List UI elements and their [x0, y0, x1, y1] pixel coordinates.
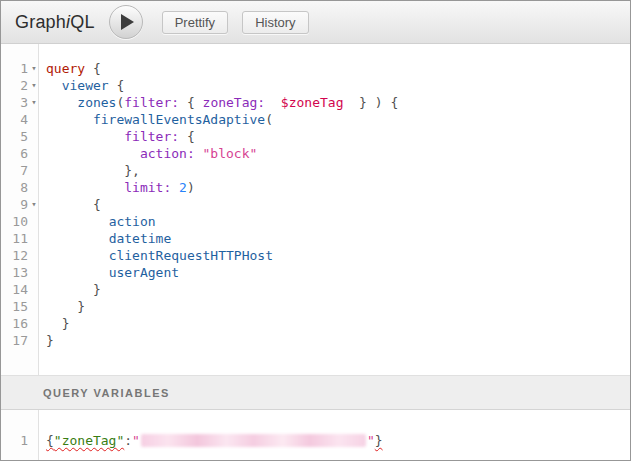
fold-gutter-spacer [28, 247, 40, 264]
gutter-cell: 13 [1, 264, 40, 281]
token [195, 146, 203, 161]
code-line: 9▾ { [1, 196, 630, 213]
token: " [132, 433, 140, 448]
token [171, 180, 179, 195]
token: { [179, 95, 202, 110]
gutter-cell: 5 [1, 128, 40, 145]
gutter-cell: 10 [1, 213, 40, 230]
line-number: 7 [1, 162, 28, 179]
gutter-cell: 8 [1, 179, 40, 196]
code-line: 7 }, [1, 162, 630, 179]
code-line: 8 limit: 2) [1, 179, 630, 196]
token: } [46, 316, 69, 331]
fold-toggle-chevron-down-icon[interactable]: ▾ [28, 60, 40, 77]
code-line: 4 firewallEventsAdaptive( [1, 111, 630, 128]
token: datetime [109, 231, 172, 246]
execute-query-button[interactable] [109, 5, 143, 39]
token: } ) { [343, 95, 398, 110]
gutter-cell: 7 [1, 162, 40, 179]
fold-toggle-chevron-down-icon[interactable]: ▾ [28, 77, 40, 94]
token [46, 95, 77, 110]
gutter-cell: 11 [1, 230, 40, 247]
token: } [46, 333, 54, 348]
token: zones [77, 95, 116, 110]
token: $zoneTag [281, 95, 344, 110]
token: firewallEventsAdaptive [93, 112, 265, 127]
logo-text-ql: QL [70, 12, 94, 32]
code-line-text: } [40, 281, 101, 298]
token: filter: [124, 95, 179, 110]
query-editor[interactable]: 1▾query {2▾ viewer {3▾ zones(filter: { z… [1, 44, 630, 375]
token [46, 231, 109, 246]
variables-code: 1{"zoneTag":""} [1, 410, 630, 449]
token: zoneTag: [203, 95, 266, 110]
token: { [85, 61, 101, 76]
gutter-cell: 9▾ [1, 196, 40, 213]
code-line: 10 action [1, 213, 630, 230]
code-line-text: } [40, 315, 69, 332]
code-line-text: zones(filter: { zoneTag: $zoneTag } ) { [40, 94, 398, 111]
token: } [375, 433, 383, 448]
line-number: 16 [1, 315, 28, 332]
redacted-zone-tag-value [141, 434, 366, 447]
token: } [46, 299, 85, 314]
query-variables-header[interactable]: QUERY VARIABLES [1, 375, 630, 410]
token: limit: [124, 180, 171, 195]
token [46, 112, 93, 127]
line-number: 5 [1, 128, 28, 145]
code-line-text: userAgent [40, 264, 179, 281]
query-variables-title: QUERY VARIABLES [43, 387, 170, 399]
fold-toggle-chevron-down-icon[interactable]: ▾ [28, 94, 40, 111]
code-line: 15 } [1, 298, 630, 315]
gutter-cell: 16 [1, 315, 40, 332]
line-number: 11 [1, 230, 28, 247]
token: ( [265, 112, 273, 127]
token: "block" [203, 146, 258, 161]
token: viewer [62, 78, 109, 93]
gutter-cell: 6 [1, 145, 40, 162]
token [46, 180, 124, 195]
fold-gutter-spacer [28, 315, 40, 332]
fold-toggle-chevron-down-icon[interactable]: ▾ [28, 196, 40, 213]
code-line-text: filter: { [40, 128, 195, 145]
history-button[interactable]: History [242, 11, 308, 34]
token: clientRequestHTTPHost [109, 248, 273, 263]
gutter-cell: 2▾ [1, 77, 40, 94]
code-line-text: firewallEventsAdaptive( [40, 111, 273, 128]
code-line: 11 datetime [1, 230, 630, 247]
gutter-cell: 1 [1, 432, 40, 449]
line-number: 3 [1, 94, 28, 111]
code-line-text: action: "block" [40, 145, 257, 162]
code-line-text: action [40, 213, 156, 230]
graphiql-logo: GraphiQL [15, 12, 95, 33]
token: query [46, 61, 85, 76]
line-number: 2 [1, 77, 28, 94]
code-line: 14 } [1, 281, 630, 298]
code-line: 1▾query { [1, 60, 630, 77]
gutter-cell: 1▾ [1, 60, 40, 77]
token [46, 129, 124, 144]
code-line: 17} [1, 332, 630, 349]
line-number: 15 [1, 298, 28, 315]
fold-gutter-spacer [28, 230, 40, 247]
line-number: 4 [1, 111, 28, 128]
token: : [124, 433, 132, 448]
code-line-text: } [40, 298, 85, 315]
code-line-text: {"zoneTag":""} [40, 432, 383, 449]
token: ) [187, 180, 195, 195]
code-line-text: query { [40, 60, 101, 77]
token: } [46, 282, 101, 297]
token: action [109, 214, 156, 229]
code-line-text: }, [40, 162, 140, 179]
token [46, 248, 109, 263]
code-line-text: } [40, 332, 54, 349]
line-number: 14 [1, 281, 28, 298]
graphiql-app: GraphiQL Prettify History 1▾query {2▾ vi… [0, 0, 631, 461]
prettify-button[interactable]: Prettify [162, 11, 228, 34]
fold-gutter-spacer [28, 162, 40, 179]
gutter-cell: 4 [1, 111, 40, 128]
variables-editor[interactable]: 1{"zoneTag":""} [1, 410, 630, 460]
token: filter: [124, 129, 179, 144]
fold-gutter-spacer [28, 179, 40, 196]
token [265, 95, 281, 110]
